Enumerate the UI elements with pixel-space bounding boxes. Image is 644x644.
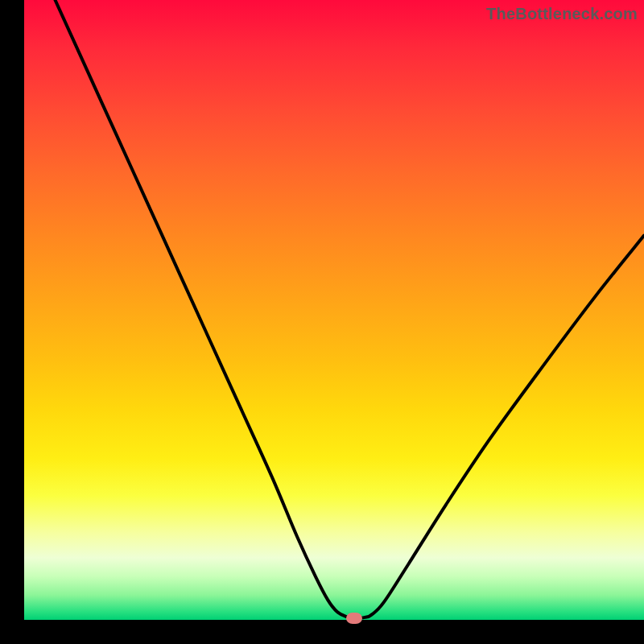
plot-area: TheBottleneck.com [24, 0, 644, 620]
optimal-marker [346, 613, 362, 624]
chart-container: TheBottleneck.com [0, 0, 644, 644]
bottleneck-curve [56, 0, 645, 618]
curve-svg [24, 0, 644, 620]
